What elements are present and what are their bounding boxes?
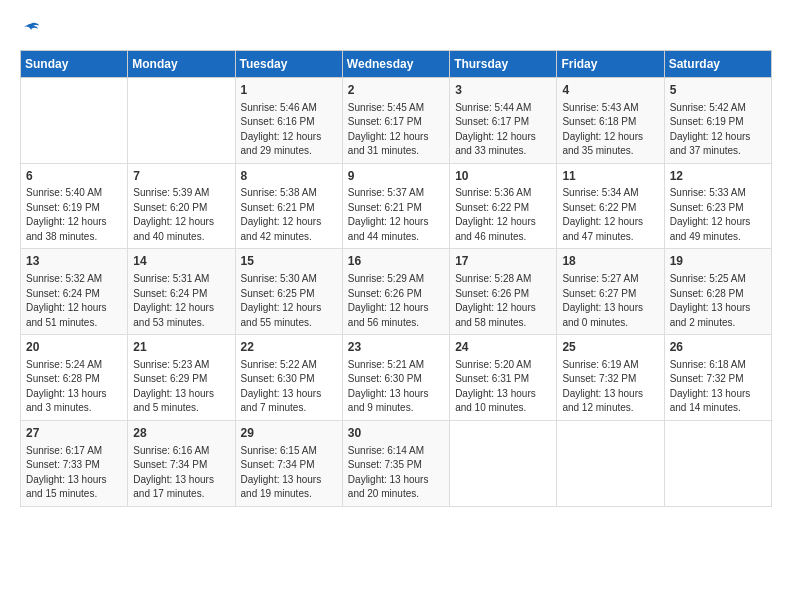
day-number: 3: [455, 82, 551, 99]
day-info: Sunrise: 6:17 AM Sunset: 7:33 PM Dayligh…: [26, 444, 122, 502]
day-number: 7: [133, 168, 229, 185]
calendar-cell: 13Sunrise: 5:32 AM Sunset: 6:24 PM Dayli…: [21, 249, 128, 335]
day-number: 16: [348, 253, 444, 270]
calendar-cell: 7Sunrise: 5:39 AM Sunset: 6:20 PM Daylig…: [128, 163, 235, 249]
day-info: Sunrise: 5:23 AM Sunset: 6:29 PM Dayligh…: [133, 358, 229, 416]
day-number: 4: [562, 82, 658, 99]
calendar-cell: 1Sunrise: 5:46 AM Sunset: 6:16 PM Daylig…: [235, 77, 342, 163]
day-number: 23: [348, 339, 444, 356]
day-number: 28: [133, 425, 229, 442]
calendar-cell: 19Sunrise: 5:25 AM Sunset: 6:28 PM Dayli…: [664, 249, 771, 335]
calendar-cell: 2Sunrise: 5:45 AM Sunset: 6:17 PM Daylig…: [342, 77, 449, 163]
day-info: Sunrise: 5:25 AM Sunset: 6:28 PM Dayligh…: [670, 272, 766, 330]
calendar-cell: 4Sunrise: 5:43 AM Sunset: 6:18 PM Daylig…: [557, 77, 664, 163]
day-info: Sunrise: 5:37 AM Sunset: 6:21 PM Dayligh…: [348, 186, 444, 244]
day-info: Sunrise: 5:40 AM Sunset: 6:19 PM Dayligh…: [26, 186, 122, 244]
calendar-cell: 27Sunrise: 6:17 AM Sunset: 7:33 PM Dayli…: [21, 420, 128, 506]
logo-bird-icon: [22, 21, 40, 39]
day-info: Sunrise: 5:20 AM Sunset: 6:31 PM Dayligh…: [455, 358, 551, 416]
day-info: Sunrise: 5:42 AM Sunset: 6:19 PM Dayligh…: [670, 101, 766, 159]
day-number: 24: [455, 339, 551, 356]
day-number: 13: [26, 253, 122, 270]
calendar-cell: [664, 420, 771, 506]
day-info: Sunrise: 5:31 AM Sunset: 6:24 PM Dayligh…: [133, 272, 229, 330]
calendar-cell: 9Sunrise: 5:37 AM Sunset: 6:21 PM Daylig…: [342, 163, 449, 249]
day-number: 6: [26, 168, 122, 185]
calendar-cell: 25Sunrise: 6:19 AM Sunset: 7:32 PM Dayli…: [557, 335, 664, 421]
calendar-week-row: 13Sunrise: 5:32 AM Sunset: 6:24 PM Dayli…: [21, 249, 772, 335]
page-header: [20, 20, 772, 40]
calendar-day-header: Wednesday: [342, 50, 449, 77]
day-info: Sunrise: 5:34 AM Sunset: 6:22 PM Dayligh…: [562, 186, 658, 244]
day-info: Sunrise: 5:38 AM Sunset: 6:21 PM Dayligh…: [241, 186, 337, 244]
calendar-cell: 23Sunrise: 5:21 AM Sunset: 6:30 PM Dayli…: [342, 335, 449, 421]
day-info: Sunrise: 6:19 AM Sunset: 7:32 PM Dayligh…: [562, 358, 658, 416]
calendar-cell: 15Sunrise: 5:30 AM Sunset: 6:25 PM Dayli…: [235, 249, 342, 335]
day-number: 18: [562, 253, 658, 270]
calendar-week-row: 1Sunrise: 5:46 AM Sunset: 6:16 PM Daylig…: [21, 77, 772, 163]
day-info: Sunrise: 5:36 AM Sunset: 6:22 PM Dayligh…: [455, 186, 551, 244]
day-number: 30: [348, 425, 444, 442]
calendar-cell: 6Sunrise: 5:40 AM Sunset: 6:19 PM Daylig…: [21, 163, 128, 249]
day-number: 21: [133, 339, 229, 356]
calendar-cell: 24Sunrise: 5:20 AM Sunset: 6:31 PM Dayli…: [450, 335, 557, 421]
day-info: Sunrise: 5:24 AM Sunset: 6:28 PM Dayligh…: [26, 358, 122, 416]
day-number: 1: [241, 82, 337, 99]
calendar-cell: 18Sunrise: 5:27 AM Sunset: 6:27 PM Dayli…: [557, 249, 664, 335]
day-info: Sunrise: 5:29 AM Sunset: 6:26 PM Dayligh…: [348, 272, 444, 330]
calendar-week-row: 20Sunrise: 5:24 AM Sunset: 6:28 PM Dayli…: [21, 335, 772, 421]
calendar-cell: [450, 420, 557, 506]
calendar-cell: 22Sunrise: 5:22 AM Sunset: 6:30 PM Dayli…: [235, 335, 342, 421]
day-info: Sunrise: 6:14 AM Sunset: 7:35 PM Dayligh…: [348, 444, 444, 502]
calendar-day-header: Thursday: [450, 50, 557, 77]
day-number: 20: [26, 339, 122, 356]
day-number: 5: [670, 82, 766, 99]
day-info: Sunrise: 5:28 AM Sunset: 6:26 PM Dayligh…: [455, 272, 551, 330]
calendar-day-header: Monday: [128, 50, 235, 77]
day-number: 26: [670, 339, 766, 356]
logo: [20, 20, 40, 40]
calendar-cell: 14Sunrise: 5:31 AM Sunset: 6:24 PM Dayli…: [128, 249, 235, 335]
calendar-cell: 16Sunrise: 5:29 AM Sunset: 6:26 PM Dayli…: [342, 249, 449, 335]
day-info: Sunrise: 5:39 AM Sunset: 6:20 PM Dayligh…: [133, 186, 229, 244]
calendar-cell: 5Sunrise: 5:42 AM Sunset: 6:19 PM Daylig…: [664, 77, 771, 163]
calendar-header-row: SundayMondayTuesdayWednesdayThursdayFrid…: [21, 50, 772, 77]
calendar-cell: [128, 77, 235, 163]
day-number: 9: [348, 168, 444, 185]
day-number: 8: [241, 168, 337, 185]
calendar-cell: [557, 420, 664, 506]
day-number: 14: [133, 253, 229, 270]
day-number: 2: [348, 82, 444, 99]
day-info: Sunrise: 5:33 AM Sunset: 6:23 PM Dayligh…: [670, 186, 766, 244]
day-number: 22: [241, 339, 337, 356]
day-number: 15: [241, 253, 337, 270]
calendar-cell: 3Sunrise: 5:44 AM Sunset: 6:17 PM Daylig…: [450, 77, 557, 163]
calendar-cell: 26Sunrise: 6:18 AM Sunset: 7:32 PM Dayli…: [664, 335, 771, 421]
day-info: Sunrise: 6:18 AM Sunset: 7:32 PM Dayligh…: [670, 358, 766, 416]
calendar-cell: 12Sunrise: 5:33 AM Sunset: 6:23 PM Dayli…: [664, 163, 771, 249]
day-info: Sunrise: 5:32 AM Sunset: 6:24 PM Dayligh…: [26, 272, 122, 330]
calendar-day-header: Friday: [557, 50, 664, 77]
calendar-cell: 21Sunrise: 5:23 AM Sunset: 6:29 PM Dayli…: [128, 335, 235, 421]
calendar-cell: 8Sunrise: 5:38 AM Sunset: 6:21 PM Daylig…: [235, 163, 342, 249]
calendar-cell: 17Sunrise: 5:28 AM Sunset: 6:26 PM Dayli…: [450, 249, 557, 335]
day-info: Sunrise: 5:30 AM Sunset: 6:25 PM Dayligh…: [241, 272, 337, 330]
calendar-cell: 10Sunrise: 5:36 AM Sunset: 6:22 PM Dayli…: [450, 163, 557, 249]
day-number: 27: [26, 425, 122, 442]
day-info: Sunrise: 6:16 AM Sunset: 7:34 PM Dayligh…: [133, 444, 229, 502]
day-number: 25: [562, 339, 658, 356]
day-number: 19: [670, 253, 766, 270]
calendar-week-row: 6Sunrise: 5:40 AM Sunset: 6:19 PM Daylig…: [21, 163, 772, 249]
calendar-table: SundayMondayTuesdayWednesdayThursdayFrid…: [20, 50, 772, 507]
day-info: Sunrise: 5:45 AM Sunset: 6:17 PM Dayligh…: [348, 101, 444, 159]
calendar-day-header: Tuesday: [235, 50, 342, 77]
calendar-cell: 29Sunrise: 6:15 AM Sunset: 7:34 PM Dayli…: [235, 420, 342, 506]
day-number: 29: [241, 425, 337, 442]
day-number: 17: [455, 253, 551, 270]
day-number: 10: [455, 168, 551, 185]
day-info: Sunrise: 5:22 AM Sunset: 6:30 PM Dayligh…: [241, 358, 337, 416]
day-number: 12: [670, 168, 766, 185]
day-info: Sunrise: 5:27 AM Sunset: 6:27 PM Dayligh…: [562, 272, 658, 330]
day-info: Sunrise: 5:46 AM Sunset: 6:16 PM Dayligh…: [241, 101, 337, 159]
day-info: Sunrise: 6:15 AM Sunset: 7:34 PM Dayligh…: [241, 444, 337, 502]
